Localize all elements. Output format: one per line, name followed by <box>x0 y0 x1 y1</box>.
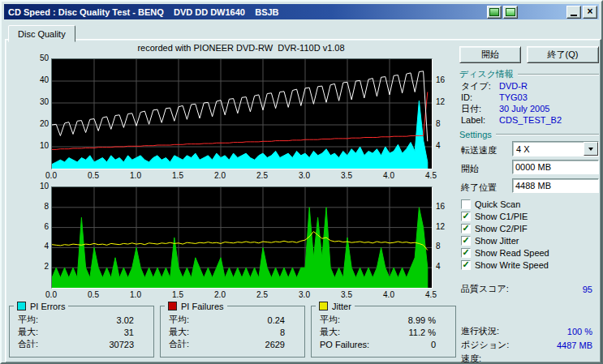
pi-errors-statbox: PI Errors 平均:3.02 最大:31 合計:30723 <box>9 306 154 358</box>
axis-tick-label: 20 <box>29 120 49 128</box>
start-button[interactable]: 開始 <box>459 46 521 63</box>
checkbox-show-write-speed[interactable]: ✓ Show Write Speed <box>461 259 549 270</box>
axis-tick-label: 2 <box>29 263 49 271</box>
transfer-speed-label: 転送速度 <box>461 144 497 156</box>
statbox-title: PI Failures <box>181 302 224 311</box>
axis-tick-label: 12 <box>436 223 452 231</box>
titlebar-tool-button-1[interactable] <box>487 6 502 19</box>
pi-failures-legend: PI Failures <box>165 301 227 311</box>
speed-select[interactable]: 4 X <box>512 141 599 156</box>
pi-errors-legend: PI Errors <box>14 301 68 311</box>
axis-tick-label: 0.5 <box>84 172 103 180</box>
disc-info-row: Label:CDS_TEST_B2 <box>461 114 599 126</box>
stat-row: 最大:8 <box>161 326 304 338</box>
pi-failures-jitter-chart <box>51 186 433 289</box>
settings-header: Settings <box>459 129 599 139</box>
checkbox-show-c1-pie[interactable]: ✓ Show C1/PIE <box>461 211 528 221</box>
stat-label: 最大: <box>18 326 38 338</box>
info-value: 30 July 2005 <box>499 104 549 113</box>
minimize-icon <box>571 7 577 16</box>
close-button[interactable]: × <box>583 6 597 19</box>
stat-label: 合計: <box>18 338 38 350</box>
pi-failures-statbox: PI Failures 平均:0.24 最大:8 合計:2629 <box>160 306 305 358</box>
position-row: ポジション: 4487 MB <box>461 340 592 350</box>
jitter-swatch <box>319 302 328 310</box>
start-position-label: 開始 <box>461 163 479 175</box>
axis-tick-label: 30 <box>29 98 49 106</box>
titlebar-tool-button-2[interactable] <box>503 6 518 19</box>
axis-tick-label: 3.5 <box>337 172 356 180</box>
stat-row: 合計:2629 <box>161 338 304 350</box>
window-title: CD Speed : Disc Quality Test - BENQ DVD … <box>8 7 487 17</box>
checkbox-box: ✓ <box>461 248 471 258</box>
section-divider <box>518 74 599 75</box>
axis-tick-label: 8 <box>29 203 49 211</box>
recorded-with-text: recorded with PIONEER DVD-RW DVR-110D v1… <box>51 43 431 53</box>
combo-dropdown-button[interactable] <box>584 142 598 156</box>
info-label: ID: <box>461 92 499 102</box>
checkbox-box: ✓ <box>461 236 471 246</box>
axis-tick-label: 10 <box>29 142 49 150</box>
quality-score-value: 95 <box>583 285 592 294</box>
axis-tick-label: 4.0 <box>379 172 398 180</box>
checkbox-label: Show C1/PIE <box>475 212 528 221</box>
disc-info-rows: タイプ:DVD-R ID:TYG03 日付:30 July 2005 Label… <box>461 80 599 126</box>
stat-value: 8.99 % <box>408 315 436 325</box>
axis-tick-label: 1.0 <box>126 172 145 180</box>
disc-info-row: 日付:30 July 2005 <box>461 103 599 114</box>
checkbox-show-jitter[interactable]: ✓ Show Jitter <box>461 235 519 246</box>
axis-tick-label: 4 <box>436 263 452 271</box>
stat-row: 最大:31 <box>10 326 153 338</box>
checkbox-box: ✓ <box>461 260 471 270</box>
axis-tick-label: 10 <box>29 182 49 191</box>
checkbox-show-c2-pif[interactable]: ✓ Show C2/PIF <box>461 223 528 233</box>
stat-value: 3.02 <box>117 315 134 325</box>
stat-value: 0 <box>431 340 436 349</box>
speed-row: 速度: <box>461 353 592 363</box>
start-position-input[interactable] <box>512 160 599 174</box>
stat-row: PO Failures:0 <box>312 338 455 350</box>
stat-row: 平均:3.02 <box>10 314 153 326</box>
progress-row: 進行状況: 100 % <box>461 326 592 336</box>
axis-tick-label: 16 <box>436 203 452 211</box>
axis-tick-label: 12 <box>436 98 452 106</box>
checkbox-show-read-speed[interactable]: ✓ Show Read Speed <box>461 247 549 258</box>
statbox-title: PI Errors <box>30 302 65 311</box>
stat-label: 平均: <box>169 314 189 326</box>
checkbox-quick-scan[interactable]: Quick Scan <box>461 199 520 209</box>
end-position-input[interactable] <box>512 178 599 193</box>
axis-tick-label: 4.5 <box>421 291 441 299</box>
section-title: ディスク情報 <box>459 68 514 80</box>
info-value: TYG03 <box>499 92 528 102</box>
info-value: DVD-R <box>499 81 528 91</box>
axis-tick-label: 0.0 <box>41 172 61 180</box>
checkbox-label: Show Jitter <box>475 236 519 246</box>
axis-tick-label: 4 <box>29 242 49 251</box>
pi-failures-swatch <box>168 302 177 310</box>
axis-tick-label: 8 <box>436 120 452 128</box>
speed-select-value: 4 X <box>513 142 584 156</box>
checkbox-box: ✓ <box>461 212 471 221</box>
disc-quality-page: recorded with PIONEER DVD-RW DVR-110D v1… <box>5 39 601 363</box>
axis-tick-label: 4.5 <box>421 172 441 180</box>
statbox-title: Jitter <box>332 302 351 311</box>
stat-value: 8 <box>280 328 285 337</box>
axis-tick-label: 1.5 <box>168 291 187 299</box>
stat-value: 30723 <box>109 340 134 349</box>
checkbox-label: Show Read Speed <box>475 248 549 258</box>
jitter-statbox: Jitter 平均:8.99 % 最大:11.2 % PO Failures:0 <box>311 306 456 358</box>
checkbox-label: Show Write Speed <box>475 260 549 270</box>
checkbox-label: Show C2/PIF <box>475 224 528 233</box>
info-label: タイプ: <box>461 80 499 92</box>
titlebar[interactable]: CD Speed : Disc Quality Test - BENQ DVD … <box>4 4 599 19</box>
close-icon: × <box>587 7 592 15</box>
disc-info-header: ディスク情報 <box>459 69 599 79</box>
stat-label: 平均: <box>18 314 38 326</box>
axis-tick-label: 16 <box>436 76 452 84</box>
axis-tick-label: 2.5 <box>252 291 272 299</box>
minimize-button[interactable] <box>566 6 581 19</box>
disc-info-row: タイプ:DVD-R <box>461 80 599 92</box>
tab-disc-quality[interactable]: Disc Quality <box>8 25 75 42</box>
stat-label: 最大: <box>169 326 189 338</box>
exit-button[interactable]: 終了(Q) <box>527 46 599 63</box>
